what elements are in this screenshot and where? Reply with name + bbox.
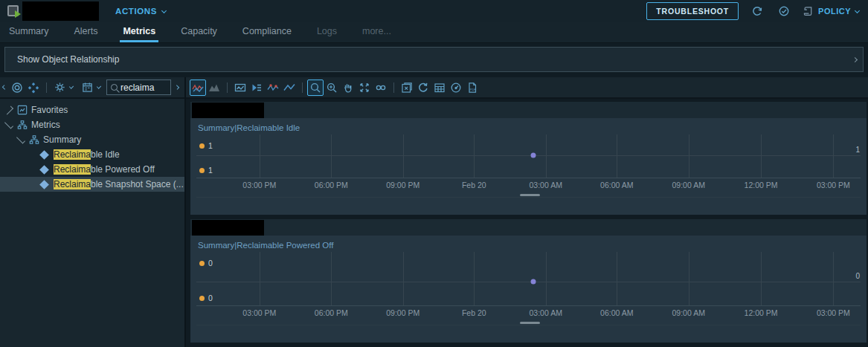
- tab-more[interactable]: more...: [361, 22, 393, 42]
- y-min-legend: 0: [199, 294, 213, 302]
- x-axis-label: 06:00 AM: [600, 308, 633, 317]
- refresh-icon[interactable]: [415, 80, 431, 96]
- x-axis-label: 09:00 PM: [386, 181, 419, 189]
- y-min-legend: 1: [199, 166, 213, 175]
- x-axis-label: 12:00 PM: [745, 308, 778, 317]
- chart-plot-area[interactable]: 1 1 1: [196, 134, 861, 178]
- relationship-label: Show Object Relationship: [17, 54, 119, 65]
- tree-item-label: Reclaimable Idle: [54, 149, 120, 160]
- redacted-chart-label: [192, 220, 264, 236]
- search-icon: [111, 84, 118, 91]
- actions-menu[interactable]: ACTIONS: [115, 7, 166, 16]
- tree-item-label: Metrics: [31, 120, 60, 130]
- pan-icon[interactable]: [340, 80, 356, 96]
- chart-scrollbar: [196, 321, 861, 325]
- x-axis-label: 06:00 PM: [315, 181, 348, 189]
- metric-diamond-icon: [39, 150, 49, 160]
- show-anomalies-icon[interactable]: [265, 80, 281, 96]
- chart-title: Summary|Reclaimable Idle: [190, 118, 867, 132]
- tree-item-favorites[interactable]: Favorites: [0, 103, 184, 117]
- hierarchy-icon: [17, 120, 28, 130]
- charts-panel: PDF Summary|Reclaimable Idle 1 1 1 03:00…: [186, 77, 868, 347]
- zoom-in-icon[interactable]: [324, 80, 340, 96]
- tab-capacity[interactable]: Capacity: [179, 22, 219, 42]
- expander-icon[interactable]: [16, 134, 25, 143]
- dashboard-icon[interactable]: [448, 80, 464, 96]
- show-object-relationship-bar[interactable]: Show Object Relationship: [4, 47, 864, 72]
- chart-toolbar: PDF: [186, 77, 868, 99]
- search-input[interactable]: [120, 82, 167, 93]
- chart-header: [190, 219, 867, 236]
- right-axis-value: 1: [855, 146, 860, 154]
- policy-menu[interactable]: POLICY: [803, 5, 859, 17]
- tree-item-summary[interactable]: Summary: [0, 132, 184, 147]
- metric-tree: Favorites Metrics Summary Reclaimable Id…: [0, 99, 184, 347]
- expand-right-icon[interactable]: [175, 85, 179, 89]
- x-axis-label: 03:00 PM: [242, 181, 276, 189]
- expander-icon[interactable]: [4, 120, 13, 129]
- metric-chart-icon[interactable]: [190, 80, 206, 96]
- tree-item-reclaimable-idle[interactable]: Reclaimable Idle: [0, 147, 184, 162]
- legend-dot-icon: [199, 296, 205, 301]
- remove-chart-icon[interactable]: [399, 80, 415, 96]
- x-axis-label: Feb 20: [462, 308, 486, 317]
- data-point: [530, 279, 536, 284]
- favorites-icon: [17, 105, 28, 115]
- gear-icon[interactable]: [51, 80, 68, 96]
- legend-dot-icon: [199, 143, 205, 149]
- hierarchy-icon: [29, 134, 39, 145]
- vm-object-icon: [6, 4, 21, 19]
- tree-item-label: Reclaimable Snapshot Space (...: [54, 179, 184, 189]
- four-diamonds-icon[interactable]: [25, 80, 42, 96]
- expander-icon[interactable]: [4, 106, 13, 114]
- chart-plot-area[interactable]: 0 0 0: [196, 252, 861, 306]
- sync-status-icon[interactable]: [749, 3, 765, 19]
- tab-alerts[interactable]: Alerts: [72, 22, 99, 42]
- x-axis-label: 09:00 AM: [672, 308, 705, 317]
- svg-text:PDF: PDF: [470, 87, 477, 91]
- show-data-values-icon[interactable]: [232, 80, 248, 96]
- x-axis-label: Feb 20: [462, 181, 486, 189]
- scrollbar-thumb[interactable]: [520, 322, 540, 324]
- redacted-object-name: [22, 1, 99, 21]
- x-axis-label: 12:00 PM: [745, 181, 778, 189]
- tree-toolbar: [0, 77, 184, 99]
- zoom-all-icon[interactable]: [356, 80, 373, 96]
- metric-search[interactable]: [106, 80, 171, 95]
- chevron-right-icon: [852, 56, 858, 62]
- scrollbar-thumb[interactable]: [520, 194, 540, 196]
- calendar-dropdown-icon[interactable]: [97, 84, 101, 88]
- gear-dropdown-icon[interactable]: [69, 84, 74, 88]
- tree-item-label: Summary: [43, 134, 81, 145]
- legend-dot-icon: [199, 168, 205, 173]
- x-axis-label: 09:00 PM: [386, 308, 419, 317]
- x-axis-label: 03:00 PM: [817, 181, 850, 189]
- troubleshoot-button[interactable]: TROUBLESHOOT: [646, 2, 739, 20]
- tab-compliance[interactable]: Compliance: [241, 22, 293, 42]
- x-axis: 03:00 PM06:00 PM09:00 PMFeb 2003:00 AM06…: [196, 307, 861, 318]
- tab-logs[interactable]: Logs: [315, 22, 338, 42]
- show-trend-icon[interactable]: [281, 80, 298, 96]
- collection-ok-icon[interactable]: [776, 3, 792, 19]
- data-grid-icon[interactable]: [431, 80, 448, 96]
- x-axis-label: 09:00 AM: [672, 181, 705, 189]
- compare-icon[interactable]: [373, 80, 389, 96]
- tree-item-metrics[interactable]: Metrics: [0, 117, 184, 132]
- target-rings-icon[interactable]: [9, 80, 25, 96]
- tab-summary[interactable]: Summary: [7, 22, 50, 42]
- tree-item-label: Favorites: [31, 105, 68, 115]
- export-pdf-icon[interactable]: PDF: [464, 80, 480, 96]
- tree-item-reclaimable-powered-off[interactable]: Reclaimable Powered Off: [0, 162, 184, 177]
- sparkline-chart-icon[interactable]: [206, 80, 222, 96]
- calendar-icon[interactable]: [79, 80, 95, 96]
- x-axis: 03:00 PM06:00 PM09:00 PMFeb 2003:00 AM06…: [196, 179, 861, 190]
- split-charts-icon[interactable]: [248, 80, 265, 96]
- tab-metrics[interactable]: Metrics: [121, 22, 157, 42]
- collapse-left-icon[interactable]: [2, 85, 7, 89]
- relationship-strip: Show Object Relationship: [0, 43, 868, 77]
- zoom-select-icon[interactable]: [307, 80, 324, 96]
- actions-label: ACTIONS: [115, 7, 157, 16]
- tree-item-reclaimable-snapshot-space[interactable]: Reclaimable Snapshot Space (...: [0, 177, 184, 192]
- y-max-legend: 1: [199, 141, 213, 150]
- y-max-legend: 0: [199, 259, 213, 267]
